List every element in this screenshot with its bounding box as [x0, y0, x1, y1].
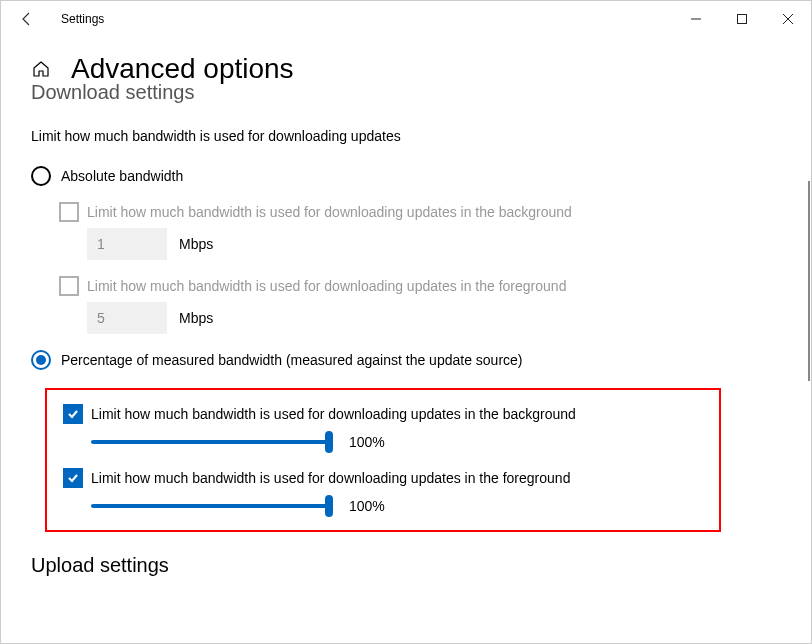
absolute-bandwidth-label: Absolute bandwidth	[61, 168, 183, 184]
percentage-bg-checkbox-row[interactable]: Limit how much bandwidth is used for dow…	[63, 404, 703, 424]
back-button[interactable]	[9, 1, 45, 37]
download-description: Limit how much bandwidth is used for dow…	[31, 128, 781, 144]
percentage-fg-value: 100%	[349, 498, 385, 514]
percentage-bandwidth-radio[interactable]: Percentage of measured bandwidth (measur…	[31, 350, 781, 370]
percentage-fg-slider[interactable]	[91, 504, 329, 508]
absolute-bg-checkbox-row[interactable]: Limit how much bandwidth is used for dow…	[59, 202, 781, 222]
absolute-fg-check-label: Limit how much bandwidth is used for dow…	[87, 278, 566, 294]
app-name: Settings	[61, 12, 104, 26]
upload-settings-heading: Upload settings	[31, 554, 811, 577]
close-button[interactable]	[765, 1, 811, 37]
percentage-bg-slider[interactable]	[91, 440, 329, 444]
checkbox-icon	[59, 202, 79, 222]
scrollbar[interactable]	[808, 181, 810, 381]
percentage-fg-checkbox-row[interactable]: Limit how much bandwidth is used for dow…	[63, 468, 703, 488]
slider-thumb-icon	[325, 431, 333, 453]
checkbox-icon	[63, 468, 83, 488]
maximize-button[interactable]	[719, 1, 765, 37]
radio-icon	[31, 166, 51, 186]
percentage-bg-check-label: Limit how much bandwidth is used for dow…	[91, 406, 576, 422]
absolute-fg-value-input[interactable]	[87, 302, 167, 334]
absolute-bandwidth-radio[interactable]: Absolute bandwidth	[31, 166, 781, 186]
slider-thumb-icon	[325, 495, 333, 517]
highlight-box: Limit how much bandwidth is used for dow…	[45, 388, 721, 532]
radio-icon	[31, 350, 51, 370]
checkbox-icon	[59, 276, 79, 296]
percentage-bg-value: 100%	[349, 434, 385, 450]
download-settings-heading: Download settings	[31, 81, 811, 104]
absolute-fg-unit: Mbps	[179, 310, 213, 326]
checkbox-icon	[63, 404, 83, 424]
minimize-button[interactable]	[673, 1, 719, 37]
absolute-bg-value-input[interactable]	[87, 228, 167, 260]
percentage-bandwidth-label: Percentage of measured bandwidth (measur…	[61, 352, 523, 368]
title-bar: Settings	[1, 1, 811, 37]
svg-rect-1	[738, 15, 747, 24]
absolute-fg-checkbox-row[interactable]: Limit how much bandwidth is used for dow…	[59, 276, 781, 296]
percentage-fg-check-label: Limit how much bandwidth is used for dow…	[91, 470, 570, 486]
absolute-bg-unit: Mbps	[179, 236, 213, 252]
home-icon[interactable]	[31, 59, 51, 79]
absolute-bg-check-label: Limit how much bandwidth is used for dow…	[87, 204, 572, 220]
